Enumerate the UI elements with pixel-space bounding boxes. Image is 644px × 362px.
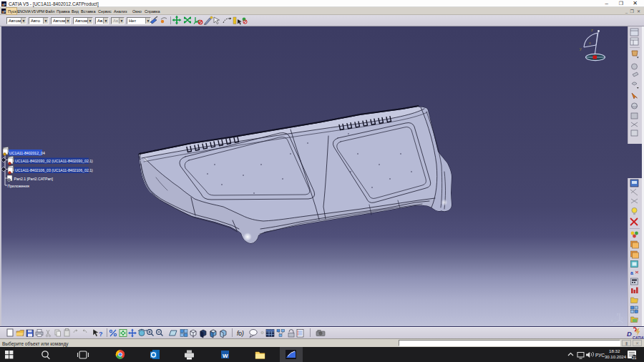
svg-text:a: a — [630, 270, 633, 275]
svg-text:?: ? — [99, 331, 103, 338]
svg-text:18:32: 18:32 — [609, 348, 620, 353]
svg-text:РУС: РУС — [595, 353, 605, 358]
svg-text:21: 21 — [632, 356, 636, 360]
svg-text:D: D — [627, 330, 632, 338]
svg-text:CATIA: CATIA — [633, 336, 644, 340]
svg-text:W: W — [223, 353, 228, 359]
svg-text:fο): fο) — [237, 330, 244, 337]
svg-text:30.10.2024: 30.10.2024 — [605, 355, 627, 359]
